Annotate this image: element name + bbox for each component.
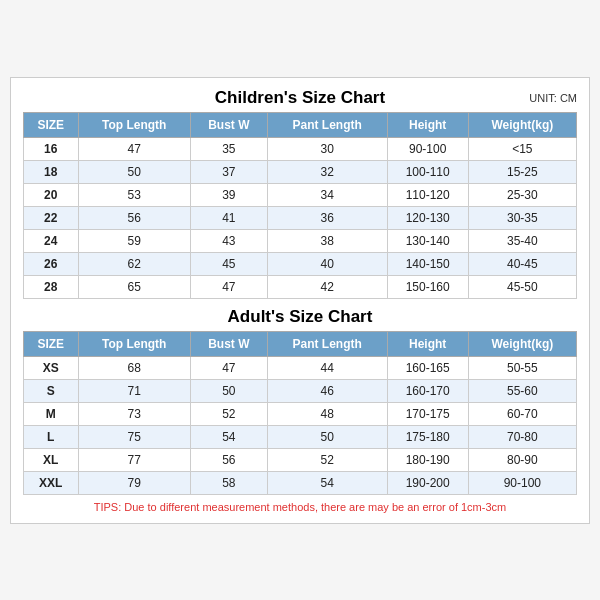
table-cell: 47 (78, 137, 190, 160)
table-cell: 80-90 (468, 448, 576, 471)
table-cell: 36 (267, 206, 387, 229)
table-cell: 39 (190, 183, 267, 206)
table-cell: 180-190 (387, 448, 468, 471)
table-cell: 48 (267, 402, 387, 425)
adult-col-size: SIZE (24, 331, 79, 356)
table-cell: 35 (190, 137, 267, 160)
table-row: 28654742150-16045-50 (24, 275, 577, 298)
table-cell: 47 (190, 356, 267, 379)
table-cell: 56 (78, 206, 190, 229)
table-cell: 20 (24, 183, 79, 206)
table-cell: 45 (190, 252, 267, 275)
size-chart-container: Children's Size Chart UNIT: CM SIZE Top … (10, 77, 590, 524)
adult-header-row: SIZE Top Length Bust W Pant Length Heigh… (24, 331, 577, 356)
table-cell: 55-60 (468, 379, 576, 402)
table-cell: 43 (190, 229, 267, 252)
children-title-row: Children's Size Chart UNIT: CM (23, 88, 577, 108)
table-cell: 52 (267, 448, 387, 471)
table-cell: 44 (267, 356, 387, 379)
table-cell: 160-170 (387, 379, 468, 402)
table-cell: 34 (267, 183, 387, 206)
table-cell: 15-25 (468, 160, 576, 183)
table-cell: 42 (267, 275, 387, 298)
table-cell: 90-100 (468, 471, 576, 494)
unit-label: UNIT: CM (529, 92, 577, 104)
table-row: 22564136120-13030-35 (24, 206, 577, 229)
table-cell: 79 (78, 471, 190, 494)
table-cell: 52 (190, 402, 267, 425)
table-row: L755450175-18070-80 (24, 425, 577, 448)
table-cell: 50 (78, 160, 190, 183)
table-cell: 28 (24, 275, 79, 298)
table-cell: 50 (267, 425, 387, 448)
table-cell: XXL (24, 471, 79, 494)
table-cell: 160-165 (387, 356, 468, 379)
table-cell: 110-120 (387, 183, 468, 206)
table-cell: XS (24, 356, 79, 379)
table-cell: 26 (24, 252, 79, 275)
table-cell: 70-80 (468, 425, 576, 448)
table-cell: 40 (267, 252, 387, 275)
children-col-height: Height (387, 112, 468, 137)
adult-col-pant-length: Pant Length (267, 331, 387, 356)
children-table: SIZE Top Length Bust W Pant Length Heigh… (23, 112, 577, 299)
table-cell: 120-130 (387, 206, 468, 229)
table-cell: 22 (24, 206, 79, 229)
table-cell: 47 (190, 275, 267, 298)
table-cell: XL (24, 448, 79, 471)
table-cell: 50 (190, 379, 267, 402)
table-cell: 170-175 (387, 402, 468, 425)
adult-col-weight: Weight(kg) (468, 331, 576, 356)
table-row: 24594338130-14035-40 (24, 229, 577, 252)
table-cell: 190-200 (387, 471, 468, 494)
table-cell: 40-45 (468, 252, 576, 275)
table-cell: 37 (190, 160, 267, 183)
table-cell: L (24, 425, 79, 448)
adult-col-top-length: Top Length (78, 331, 190, 356)
table-cell: 62 (78, 252, 190, 275)
table-cell: 140-150 (387, 252, 468, 275)
table-cell: 32 (267, 160, 387, 183)
table-cell: 56 (190, 448, 267, 471)
adult-title-row: Adult's Size Chart (23, 307, 577, 327)
adult-col-bust-w: Bust W (190, 331, 267, 356)
table-cell: 18 (24, 160, 79, 183)
table-cell: 35-40 (468, 229, 576, 252)
table-cell: 54 (190, 425, 267, 448)
tips-text: TIPS: Due to different measurement metho… (23, 501, 577, 513)
table-cell: 38 (267, 229, 387, 252)
table-row: 1647353090-100<15 (24, 137, 577, 160)
table-cell: 90-100 (387, 137, 468, 160)
table-cell: 30-35 (468, 206, 576, 229)
table-row: M735248170-17560-70 (24, 402, 577, 425)
children-col-top-length: Top Length (78, 112, 190, 137)
table-row: XXL795854190-20090-100 (24, 471, 577, 494)
table-cell: 41 (190, 206, 267, 229)
adult-table: SIZE Top Length Bust W Pant Length Heigh… (23, 331, 577, 495)
children-col-size: SIZE (24, 112, 79, 137)
table-cell: 75 (78, 425, 190, 448)
table-cell: 53 (78, 183, 190, 206)
table-cell: 130-140 (387, 229, 468, 252)
table-cell: 46 (267, 379, 387, 402)
table-cell: M (24, 402, 79, 425)
table-cell: 175-180 (387, 425, 468, 448)
children-title: Children's Size Chart (215, 88, 385, 108)
table-cell: 54 (267, 471, 387, 494)
table-cell: <15 (468, 137, 576, 160)
children-col-bust-w: Bust W (190, 112, 267, 137)
table-cell: 71 (78, 379, 190, 402)
children-header-row: SIZE Top Length Bust W Pant Length Heigh… (24, 112, 577, 137)
adult-title: Adult's Size Chart (228, 307, 373, 327)
table-row: 26624540140-15040-45 (24, 252, 577, 275)
table-row: 18503732100-11015-25 (24, 160, 577, 183)
table-row: XL775652180-19080-90 (24, 448, 577, 471)
table-row: 20533934110-12025-30 (24, 183, 577, 206)
table-cell: 73 (78, 402, 190, 425)
table-cell: 50-55 (468, 356, 576, 379)
children-col-pant-length: Pant Length (267, 112, 387, 137)
table-cell: 58 (190, 471, 267, 494)
table-cell: 24 (24, 229, 79, 252)
table-row: S715046160-17055-60 (24, 379, 577, 402)
table-cell: 45-50 (468, 275, 576, 298)
